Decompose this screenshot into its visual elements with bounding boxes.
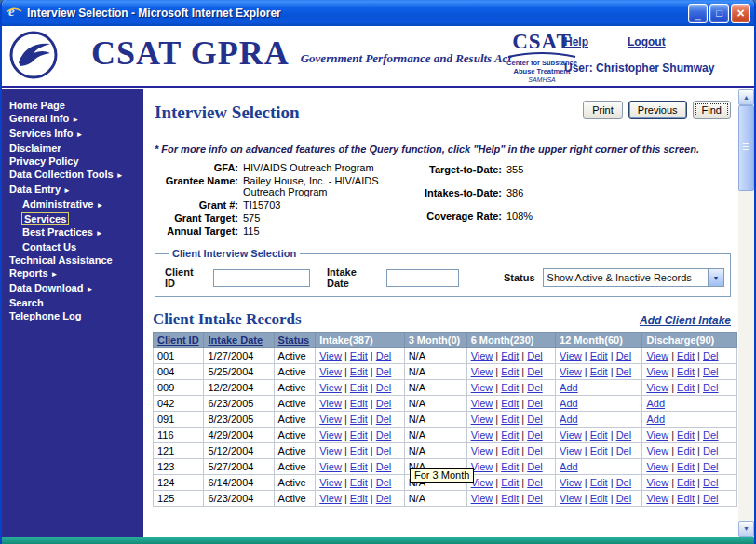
edit-link[interactable]: Edit: [677, 461, 695, 472]
view-link[interactable]: View: [319, 382, 342, 393]
view-link[interactable]: View: [646, 445, 668, 456]
help-link[interactable]: Help: [564, 35, 588, 48]
sidebar-item-reports[interactable]: Reports►: [2, 266, 143, 281]
del-link[interactable]: Del: [703, 445, 719, 456]
del-link[interactable]: Del: [616, 445, 632, 456]
view-link[interactable]: View: [560, 366, 582, 377]
view-link[interactable]: View: [319, 477, 342, 488]
edit-link[interactable]: Edit: [677, 429, 695, 441]
client-id-input[interactable]: [213, 269, 310, 287]
edit-link[interactable]: Edit: [590, 493, 608, 504]
view-link[interactable]: View: [471, 493, 493, 504]
scrollbar-thumb[interactable]: [738, 105, 754, 191]
sidebar-item-general-info[interactable]: General Info►: [2, 112, 143, 127]
add-link[interactable]: Add: [646, 414, 665, 425]
add-link[interactable]: Add: [560, 414, 578, 425]
del-link[interactable]: Del: [527, 350, 543, 361]
view-link[interactable]: View: [560, 477, 582, 488]
edit-link[interactable]: Edit: [677, 382, 695, 393]
add-client-intake-link[interactable]: Add Client Intake: [640, 314, 731, 327]
del-link[interactable]: Del: [527, 414, 543, 425]
edit-link[interactable]: Edit: [590, 477, 608, 488]
del-link[interactable]: Del: [703, 366, 719, 377]
find-button[interactable]: Find: [693, 101, 731, 119]
del-link[interactable]: Del: [703, 429, 719, 441]
scroll-down-button[interactable]: ▼: [738, 521, 754, 537]
edit-link[interactable]: Edit: [501, 445, 519, 456]
view-link[interactable]: View: [319, 398, 342, 409]
del-link[interactable]: Del: [376, 366, 392, 377]
print-button[interactable]: Print: [583, 101, 623, 119]
del-link[interactable]: Del: [703, 350, 719, 361]
del-link[interactable]: Del: [376, 461, 392, 472]
del-link[interactable]: Del: [527, 445, 543, 456]
del-link[interactable]: Del: [527, 366, 543, 377]
add-link[interactable]: Add: [560, 382, 578, 393]
status-select[interactable]: Show Active & Inactive Records ▼: [543, 268, 724, 287]
maximize-button[interactable]: □: [709, 4, 729, 23]
view-link[interactable]: View: [471, 445, 493, 456]
del-link[interactable]: Del: [376, 429, 392, 441]
minimize-button[interactable]: ▁: [688, 4, 708, 23]
view-link[interactable]: View: [471, 398, 493, 409]
view-link[interactable]: View: [319, 493, 342, 504]
view-link[interactable]: View: [319, 445, 342, 456]
view-link[interactable]: View: [646, 382, 668, 393]
edit-link[interactable]: Edit: [590, 429, 608, 441]
del-link[interactable]: Del: [527, 493, 543, 504]
add-link[interactable]: Add: [560, 461, 578, 472]
edit-link[interactable]: Edit: [350, 477, 368, 488]
edit-link[interactable]: Edit: [677, 445, 695, 456]
column-sort-link[interactable]: Intake Date: [208, 334, 263, 346]
edit-link[interactable]: Edit: [350, 445, 368, 456]
del-link[interactable]: Del: [527, 382, 543, 393]
view-link[interactable]: View: [560, 350, 582, 361]
edit-link[interactable]: Edit: [501, 461, 519, 472]
column-sort-link[interactable]: Client ID: [157, 334, 199, 346]
edit-link[interactable]: Edit: [501, 493, 519, 504]
sidebar-item-services-info[interactable]: Services Info►: [2, 127, 143, 142]
edit-link[interactable]: Edit: [350, 461, 368, 472]
edit-link[interactable]: Edit: [677, 493, 695, 504]
view-link[interactable]: View: [471, 414, 493, 425]
del-link[interactable]: Del: [703, 382, 719, 393]
edit-link[interactable]: Edit: [350, 350, 368, 361]
edit-link[interactable]: Edit: [350, 493, 368, 504]
sidebar-item-services[interactable]: Services: [2, 212, 143, 225]
edit-link[interactable]: Edit: [590, 350, 608, 361]
sidebar-item-search[interactable]: Search: [2, 296, 143, 309]
sidebar-item-best-practices[interactable]: Best Practices►: [2, 225, 143, 240]
del-link[interactable]: Del: [527, 429, 543, 441]
del-link[interactable]: Del: [616, 366, 632, 377]
edit-link[interactable]: Edit: [350, 382, 368, 393]
view-link[interactable]: View: [319, 429, 342, 441]
edit-link[interactable]: Edit: [501, 414, 519, 425]
del-link[interactable]: Del: [527, 477, 543, 488]
del-link[interactable]: Del: [527, 461, 543, 472]
view-link[interactable]: View: [319, 414, 342, 425]
view-link[interactable]: View: [471, 366, 493, 377]
sidebar-item-disclaimer[interactable]: Disclaimer: [2, 142, 143, 155]
del-link[interactable]: Del: [703, 461, 719, 472]
del-link[interactable]: Del: [703, 477, 719, 488]
sidebar-item-data-collection-tools[interactable]: Data Collection Tools►: [2, 168, 143, 183]
edit-link[interactable]: Edit: [677, 350, 695, 361]
add-link[interactable]: Add: [646, 398, 665, 409]
close-button[interactable]: ×: [731, 4, 750, 23]
edit-link[interactable]: Edit: [590, 445, 608, 456]
del-link[interactable]: Del: [527, 398, 543, 409]
view-link[interactable]: View: [471, 382, 493, 393]
view-link[interactable]: View: [646, 429, 668, 441]
sidebar-item-contact-us[interactable]: Contact Us: [2, 240, 143, 253]
sidebar-item-data-download[interactable]: Data Download►: [2, 281, 143, 296]
view-link[interactable]: View: [471, 429, 493, 441]
del-link[interactable]: Del: [703, 493, 719, 504]
sidebar-item-administrative[interactable]: Administrative►: [2, 197, 143, 212]
column-sort-link[interactable]: Status: [278, 334, 310, 346]
view-link[interactable]: View: [646, 461, 668, 472]
view-link[interactable]: View: [319, 461, 342, 472]
del-link[interactable]: Del: [376, 493, 392, 504]
del-link[interactable]: Del: [376, 414, 392, 425]
view-link[interactable]: View: [560, 429, 582, 441]
del-link[interactable]: Del: [376, 477, 392, 488]
